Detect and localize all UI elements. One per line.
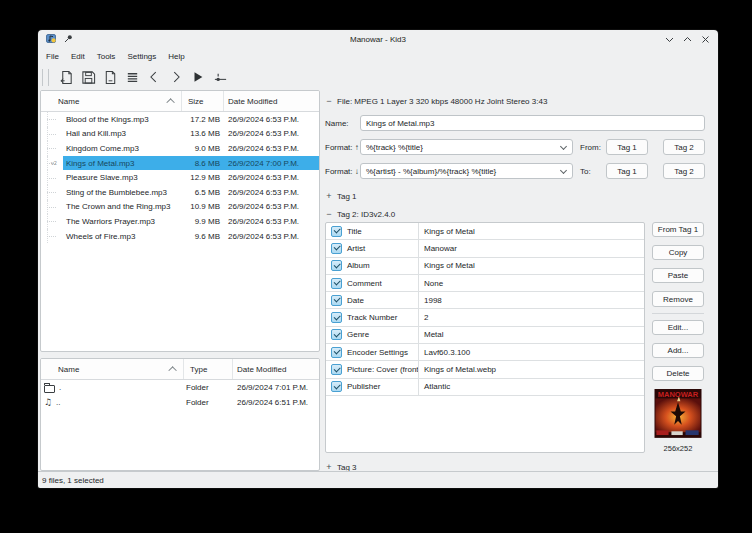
open-file-icon[interactable]	[55, 66, 77, 88]
field-value[interactable]: Metal	[419, 330, 644, 339]
filename-to-tag1-button[interactable]: Tag 1	[606, 163, 648, 179]
file-row[interactable]: The Crown and the Ring.mp3 10.9 MB 26/9/…	[41, 200, 319, 215]
playlist-icon[interactable]	[121, 66, 143, 88]
field-value[interactable]: Atlantic	[419, 382, 644, 391]
toolbar-grip-handle[interactable]	[42, 69, 49, 86]
minimize-icon[interactable]	[665, 35, 674, 44]
album-cover-thumbnail[interactable]: MANOWAR	[653, 389, 703, 438]
tag1-section-header[interactable]: + Tag 1	[325, 190, 705, 202]
tag-action-button[interactable]: Paste	[652, 268, 704, 283]
left-panel: Name Size Date Modified Blood of	[40, 90, 320, 471]
tree-decoration	[41, 200, 62, 215]
menu-item[interactable]: Tools	[91, 50, 122, 63]
next-file-icon[interactable]	[165, 66, 187, 88]
tree-decoration	[41, 127, 62, 142]
close-icon[interactable]	[701, 35, 710, 44]
name-label: Name:	[325, 119, 360, 128]
tag-field-row: Genre Metal	[326, 327, 644, 344]
folder-column-modified[interactable]: Date Modified	[233, 359, 319, 379]
tree-decoration	[41, 112, 62, 127]
filename-from-tag2-button[interactable]: Tag 2	[663, 139, 705, 155]
file-column-name[interactable]: Name	[41, 91, 182, 111]
field-name: Title	[347, 227, 362, 236]
field-checkbox[interactable]	[331, 364, 342, 375]
file-column-size[interactable]: Size	[182, 91, 224, 111]
field-value[interactable]: Lavf60.3.100	[419, 348, 644, 357]
folder-list-header: Name Type Date Modified	[41, 359, 319, 380]
file-column-modified[interactable]: Date Modified	[224, 91, 319, 111]
field-value[interactable]: 2	[419, 313, 644, 322]
folder-column-type[interactable]: Type	[184, 359, 233, 379]
menu-item[interactable]: Settings	[121, 50, 162, 63]
folder-icon	[44, 385, 55, 393]
window-title: Manowar - Kid3	[38, 35, 718, 44]
folder-date-modified: 26/9/2024 6:51 P.M.	[233, 398, 319, 407]
folder-row[interactable]: ♫ .. Folder 26/9/2024 6:51 P.M.	[41, 395, 319, 410]
field-checkbox[interactable]	[331, 243, 342, 254]
filename-to-tag2-button[interactable]: Tag 2	[663, 163, 705, 179]
field-value[interactable]: 1998	[419, 296, 644, 305]
pin-icon[interactable]	[64, 34, 73, 45]
frame-action-button[interactable]: Add...	[652, 343, 704, 358]
file-name: Hail and Kill.mp3	[66, 129, 126, 138]
filename-input[interactable]: Kings of Metal.mp3	[360, 115, 705, 131]
tag-action-button[interactable]: From Tag 1	[652, 222, 704, 237]
folder-date-modified: 26/9/2024 7:01 P.M.	[233, 383, 319, 392]
file-size: 17.2 MB	[182, 115, 224, 124]
file-row[interactable]: Blood of the Kings.mp3 17.2 MB 26/9/2024…	[41, 112, 319, 127]
field-checkbox[interactable]	[331, 329, 342, 340]
combo-value: %{track} %{title}	[366, 143, 423, 152]
seek-slider-icon[interactable]	[209, 66, 231, 88]
from-label: From:	[580, 143, 606, 152]
tag-action-button[interactable]: Remove	[652, 291, 704, 306]
field-value[interactable]: Kings of Metal	[419, 261, 644, 270]
save-icon[interactable]	[77, 66, 99, 88]
file-date-modified: 26/9/2024 6:53 P.M.	[224, 173, 319, 182]
file-row[interactable]: The Warriors Prayer.mp3 9.9 MB 26/9/2024…	[41, 214, 319, 229]
menu-item[interactable]: File	[40, 50, 65, 63]
tag2-section-header[interactable]: − Tag 2: ID3v2.4.0	[325, 208, 705, 220]
field-checkbox[interactable]	[331, 260, 342, 271]
file-section-header[interactable]: − File: MPEG 1 Layer 3 320 kbps 48000 Hz…	[325, 95, 705, 107]
format-from-filename-combo[interactable]: %{track} %{title}	[360, 139, 573, 155]
frame-action-button[interactable]: Delete	[652, 366, 704, 381]
field-value[interactable]: None	[419, 279, 644, 288]
play-icon[interactable]	[187, 66, 209, 88]
menu-item[interactable]: Edit	[65, 50, 91, 63]
tag-field-row: Artist Manowar	[326, 240, 644, 257]
filename-from-tag1-button[interactable]: Tag 1	[606, 139, 648, 155]
file-rows: Blood of the Kings.mp3 17.2 MB 26/9/2024…	[41, 112, 319, 243]
button-label: Tag 2	[674, 167, 694, 176]
field-name: Genre	[347, 330, 369, 339]
folder-rows: . Folder 26/9/2024 7:01 P.M. ♫ .. Folder…	[41, 380, 319, 410]
menu-item[interactable]: Help	[162, 50, 190, 63]
file-row[interactable]: Sting of the Bumblebee.mp3 6.5 MB 26/9/2…	[41, 185, 319, 200]
titlebar: Manowar - Kid3	[38, 30, 718, 48]
field-checkbox[interactable]	[331, 347, 342, 358]
file-date-modified: 26/9/2024 6:53 P.M.	[224, 232, 319, 241]
field-checkbox[interactable]	[331, 226, 342, 237]
field-checkbox[interactable]	[331, 381, 342, 392]
file-row[interactable]: Hail and Kill.mp3 13.6 MB 26/9/2024 6:53…	[41, 127, 319, 142]
format-to-tag-combo[interactable]: %{artist} - %{album}/%{track} %{title}	[360, 163, 573, 179]
field-checkbox[interactable]	[331, 312, 342, 323]
file-row[interactable]: Kingdom Come.mp3 9.0 MB 26/9/2024 6:53 P…	[41, 141, 319, 156]
tag-action-button[interactable]: Copy	[652, 245, 704, 260]
frame-action-button[interactable]: Edit...	[652, 320, 704, 335]
folder-column-name[interactable]: Name	[41, 359, 184, 379]
file-row[interactable]: v2 Kings of Metal.mp3 8.6 MB 26/9/2024 7…	[41, 156, 319, 171]
previous-file-icon[interactable]	[143, 66, 165, 88]
file-name: Blood of the Kings.mp3	[66, 115, 149, 124]
file-row[interactable]: Wheels of Fire.mp3 9.6 MB 26/9/2024 6:53…	[41, 229, 319, 244]
field-value[interactable]: Kings of Metal	[419, 227, 644, 236]
folder-row[interactable]: . Folder 26/9/2024 7:01 P.M.	[41, 380, 319, 395]
field-checkbox[interactable]	[331, 295, 342, 306]
file-row[interactable]: Pleasure Slave.mp3 12.9 MB 26/9/2024 6:5…	[41, 170, 319, 185]
file-size: 9.6 MB	[182, 232, 224, 241]
field-value[interactable]: Kings of Metal.webp	[419, 365, 644, 374]
maximize-icon[interactable]	[683, 35, 692, 44]
field-checkbox[interactable]	[331, 278, 342, 289]
file-date-modified: 26/9/2024 6:53 P.M.	[224, 188, 319, 197]
revert-icon[interactable]	[99, 66, 121, 88]
field-value[interactable]: Manowar	[419, 244, 644, 253]
